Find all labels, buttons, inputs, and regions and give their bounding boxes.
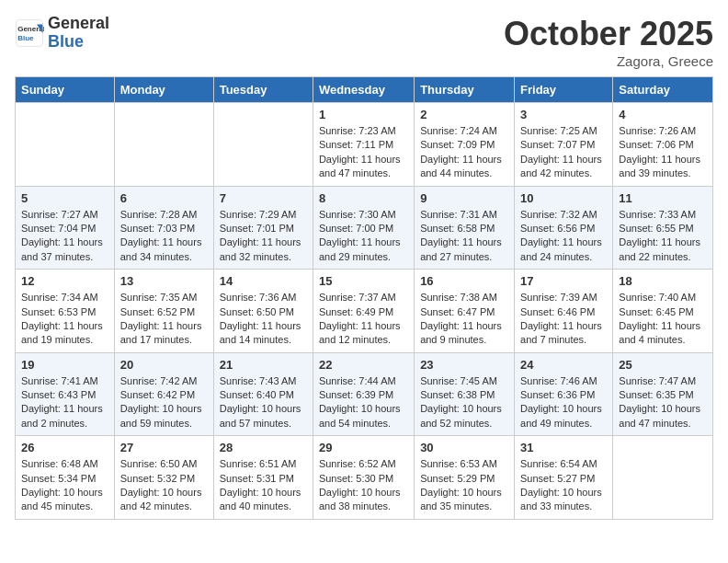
- cell-content: Sunset: 6:49 PM: [319, 305, 408, 319]
- day-number: 2: [420, 108, 508, 121]
- day-header-sunday: Sunday: [16, 77, 115, 103]
- cell-content: Sunset: 6:52 PM: [120, 305, 208, 319]
- day-number: 11: [619, 191, 707, 205]
- cell-content: Sunrise: 7:42 AM: [120, 374, 208, 388]
- cell-content: Sunrise: 7:46 AM: [520, 374, 607, 388]
- cell-content: Daylight: 10 hours and 52 minutes.: [420, 402, 508, 431]
- cell-content: Sunset: 6:42 PM: [120, 388, 208, 402]
- cell-content: Sunrise: 7:37 AM: [319, 291, 408, 304]
- cell-content: Daylight: 11 hours and 14 minutes.: [220, 319, 307, 348]
- cell-content: Daylight: 11 hours and 42 minutes.: [520, 153, 607, 181]
- day-number: 14: [220, 274, 307, 288]
- calendar-cell: 5Sunrise: 7:27 AMSunset: 7:04 PMDaylight…: [16, 186, 115, 270]
- title-block: October 2025 Zagora, Greece: [504, 15, 713, 69]
- cell-content: Sunset: 6:47 PM: [420, 305, 508, 319]
- logo-icon: General Blue: [15, 18, 44, 48]
- day-number: 5: [21, 191, 108, 205]
- day-number: 26: [21, 441, 108, 454]
- cell-content: Sunrise: 7:26 AM: [619, 124, 707, 138]
- day-number: 27: [120, 441, 208, 454]
- logo-general-text: General: [48, 14, 109, 32]
- day-header-saturday: Saturday: [613, 77, 713, 103]
- cell-content: Sunrise: 7:47 AM: [619, 374, 707, 388]
- calendar-cell: 13Sunrise: 7:35 AMSunset: 6:52 PMDayligh…: [114, 270, 213, 353]
- calendar-cell: 17Sunrise: 7:39 AMSunset: 6:46 PMDayligh…: [515, 270, 613, 353]
- day-number: 15: [319, 274, 408, 288]
- cell-content: Daylight: 11 hours and 7 minutes.: [520, 319, 607, 348]
- cell-content: Daylight: 10 hours and 49 minutes.: [520, 402, 607, 431]
- cell-content: Sunrise: 6:52 AM: [319, 457, 408, 471]
- cell-content: Sunset: 6:40 PM: [220, 388, 307, 402]
- cell-content: Sunrise: 7:32 AM: [520, 208, 607, 222]
- cell-content: Sunrise: 7:35 AM: [120, 291, 208, 304]
- day-number: 28: [220, 441, 307, 454]
- cell-content: Daylight: 11 hours and 44 minutes.: [420, 153, 508, 181]
- day-number: 23: [420, 358, 508, 372]
- cell-content: Daylight: 10 hours and 35 minutes.: [420, 486, 508, 514]
- calendar-cell: 9Sunrise: 7:31 AMSunset: 6:58 PMDaylight…: [415, 186, 515, 270]
- cell-content: Daylight: 11 hours and 37 minutes.: [21, 236, 108, 264]
- cell-content: Sunrise: 6:48 AM: [21, 457, 108, 471]
- week-row-2: 5Sunrise: 7:27 AMSunset: 7:04 PMDaylight…: [16, 186, 713, 270]
- cell-content: Sunset: 5:27 PM: [520, 472, 607, 486]
- cell-content: Sunset: 6:55 PM: [619, 222, 707, 236]
- day-header-thursday: Thursday: [415, 77, 515, 103]
- calendar-cell: 8Sunrise: 7:30 AMSunset: 7:00 PMDaylight…: [313, 186, 414, 270]
- calendar-cell: [16, 103, 115, 187]
- day-number: 21: [220, 358, 307, 372]
- day-number: 18: [619, 274, 707, 288]
- cell-content: Daylight: 10 hours and 33 minutes.: [520, 486, 607, 514]
- header-row: SundayMondayTuesdayWednesdayThursdayFrid…: [16, 77, 713, 103]
- week-row-1: 1Sunrise: 7:23 AMSunset: 7:11 PMDaylight…: [16, 103, 713, 187]
- logo-blue-text: Blue: [48, 32, 84, 51]
- cell-content: Sunset: 7:06 PM: [619, 138, 707, 152]
- cell-content: Sunset: 5:32 PM: [120, 472, 208, 486]
- cell-content: Sunset: 7:09 PM: [420, 138, 508, 152]
- day-number: 22: [319, 358, 408, 372]
- calendar-cell: 29Sunrise: 6:52 AMSunset: 5:30 PMDayligh…: [313, 436, 414, 520]
- day-number: 7: [220, 191, 307, 205]
- day-number: 1: [319, 108, 408, 121]
- calendar-cell: 21Sunrise: 7:43 AMSunset: 6:40 PMDayligh…: [213, 352, 313, 436]
- calendar-cell: 4Sunrise: 7:26 AMSunset: 7:06 PMDaylight…: [613, 103, 713, 187]
- cell-content: Sunrise: 6:54 AM: [520, 457, 607, 471]
- cell-content: Sunrise: 7:29 AM: [220, 208, 307, 222]
- calendar-cell: [114, 103, 213, 187]
- calendar-cell: 27Sunrise: 6:50 AMSunset: 5:32 PMDayligh…: [114, 436, 213, 520]
- cell-content: Sunset: 7:01 PM: [220, 222, 307, 236]
- day-number: 8: [319, 191, 408, 205]
- cell-content: Daylight: 10 hours and 47 minutes.: [619, 402, 707, 431]
- calendar-cell: 2Sunrise: 7:24 AMSunset: 7:09 PMDaylight…: [415, 103, 515, 187]
- cell-content: Daylight: 11 hours and 22 minutes.: [619, 236, 707, 264]
- cell-content: Sunset: 6:50 PM: [220, 305, 307, 319]
- cell-content: Sunrise: 6:51 AM: [220, 457, 307, 471]
- cell-content: Daylight: 11 hours and 27 minutes.: [420, 236, 508, 264]
- day-number: 10: [520, 191, 607, 205]
- calendar-cell: 23Sunrise: 7:45 AMSunset: 6:38 PMDayligh…: [415, 352, 515, 436]
- cell-content: Sunset: 6:38 PM: [420, 388, 508, 402]
- cell-content: Sunrise: 7:27 AM: [21, 208, 108, 222]
- calendar-cell: 30Sunrise: 6:53 AMSunset: 5:29 PMDayligh…: [415, 436, 515, 520]
- cell-content: Sunrise: 7:30 AM: [319, 208, 408, 222]
- cell-content: Sunset: 6:53 PM: [21, 305, 108, 319]
- cell-content: Sunrise: 7:33 AM: [619, 208, 707, 222]
- calendar-cell: 11Sunrise: 7:33 AMSunset: 6:55 PMDayligh…: [613, 186, 713, 270]
- cell-content: Sunset: 6:43 PM: [21, 388, 108, 402]
- cell-content: Sunset: 6:45 PM: [619, 305, 707, 319]
- cell-content: Daylight: 11 hours and 39 minutes.: [619, 153, 707, 181]
- day-number: 3: [520, 108, 607, 121]
- cell-content: Daylight: 10 hours and 38 minutes.: [319, 486, 408, 514]
- cell-content: Daylight: 11 hours and 12 minutes.: [319, 319, 408, 348]
- cell-content: Daylight: 11 hours and 4 minutes.: [619, 319, 707, 348]
- cell-content: Daylight: 10 hours and 40 minutes.: [220, 486, 307, 514]
- cell-content: Sunrise: 7:45 AM: [420, 374, 508, 388]
- cell-content: Sunset: 6:39 PM: [319, 388, 408, 402]
- day-number: 13: [120, 274, 208, 288]
- day-number: 25: [619, 358, 707, 372]
- location-text: Zagora, Greece: [504, 53, 713, 69]
- cell-content: Daylight: 10 hours and 57 minutes.: [220, 402, 307, 431]
- calendar-cell: 31Sunrise: 6:54 AMSunset: 5:27 PMDayligh…: [515, 436, 613, 520]
- week-row-3: 12Sunrise: 7:34 AMSunset: 6:53 PMDayligh…: [16, 270, 713, 353]
- cell-content: Sunset: 6:58 PM: [420, 222, 508, 236]
- day-number: 17: [520, 274, 607, 288]
